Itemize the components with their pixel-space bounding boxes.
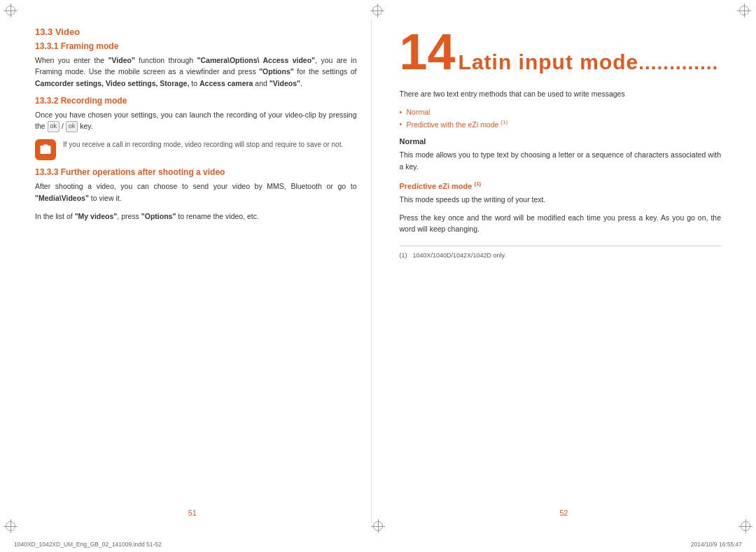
para-after-shooting-2: In the list of "My videos", press "Optio… xyxy=(35,211,357,222)
bullet-item-normal: Normal xyxy=(400,106,722,118)
bold-options: "Options" xyxy=(259,67,294,76)
note-text: If you receive a call in recording mode,… xyxy=(63,139,357,150)
predictive-para-1: This mode speeds up the writing of your … xyxy=(400,194,722,205)
para-after-shooting-1: After shooting a video, you can choose t… xyxy=(35,181,357,204)
reg-mark-top-center xyxy=(372,6,384,17)
reg-mark-top-right xyxy=(739,6,750,17)
predictive-heading: Predictive eZi mode (1) xyxy=(400,181,722,190)
bold-videos: "Videos" xyxy=(270,79,300,87)
footnote-line: (1) 1040X/1040D/1042X/1042D only. xyxy=(400,252,722,259)
right-page: 14 Latin input mode............. There a… xyxy=(386,20,743,524)
page-container: 13.3 Video 13.3.1 Framing mode When you … xyxy=(0,0,756,552)
footnote-area: (1) 1040X/1040D/1042X/1042D only. xyxy=(400,246,722,259)
normal-section: Normal This mode allows you to type text… xyxy=(400,137,722,172)
bold-camera-options: "Camera\Options\ Access video" xyxy=(197,56,315,64)
footer-filename: 1040XD_1042XD_UM_Eng_GB_02_141009.indd 5… xyxy=(14,541,196,548)
normal-heading: Normal xyxy=(400,137,722,146)
heading-13-3-1: 13.3.1 Framing mode xyxy=(35,41,357,51)
section-13-3-2: 13.3.2 Recording mode Once you have chos… xyxy=(35,96,357,160)
reg-mark-bottom-center xyxy=(373,521,383,531)
footnote-text: 1040X/1040D/1042X/1042D only. xyxy=(413,252,506,259)
heading-13-3-3: 13.3.3 Further operations after shooting… xyxy=(35,167,357,177)
bold-video: "Video" xyxy=(108,56,135,64)
section-13-3-1: 13.3.1 Framing mode When you enter the "… xyxy=(35,41,357,89)
heading-13-3-2: 13.3.2 Recording mode xyxy=(35,96,357,106)
footer: 1040XD_1042XD_UM_Eng_GB_02_141009.indd 5… xyxy=(0,538,756,552)
bold-camcorder: Camcorder setings, Video settings, Stora… xyxy=(35,79,189,87)
heading-13-3: 13.3 Video xyxy=(35,27,357,37)
chapter-number: 14 xyxy=(400,27,456,77)
left-page: 13.3 Video 13.3.1 Framing mode When you … xyxy=(14,20,372,524)
footnote-superscript: (1) xyxy=(400,252,407,259)
content-area: 13.3 Video 13.3.1 Framing mode When you … xyxy=(0,0,756,538)
key-ok-2: ok xyxy=(66,121,78,132)
key-ok-1: ok xyxy=(48,121,60,132)
bold-options-2: "Options" xyxy=(141,212,176,220)
normal-para: This mode allows you to type text by cho… xyxy=(400,149,722,172)
section-13-3: 13.3 Video 13.3.1 Framing mode When you … xyxy=(35,27,357,222)
camera-icon xyxy=(35,139,56,160)
predictive-para-2: Press the key once and the word will be … xyxy=(400,212,722,235)
bold-my-videos: "My videos" xyxy=(75,212,118,220)
para-recording-mode: Once you have chosen your settings, you … xyxy=(35,109,357,132)
bullet-item-predictive: Predictive with the eZi mode (1) xyxy=(400,118,722,130)
bold-media-videos: "Media\Videos" xyxy=(35,194,89,202)
predictive-superscript: (1) xyxy=(475,181,482,187)
predictive-section: Predictive eZi mode (1) This mode speeds… xyxy=(400,181,722,234)
left-page-number: 51 xyxy=(188,509,197,517)
note-box: If you receive a call in recording mode,… xyxy=(35,139,357,160)
intro-text: There are two text entry methods that ca… xyxy=(400,88,722,99)
bullet-list: Normal Predictive with the eZi mode (1) xyxy=(400,106,722,130)
chapter-heading: 14 Latin input mode............. xyxy=(400,27,722,77)
reg-mark-bottom-left xyxy=(6,521,15,531)
footer-timestamp: 2014/10/9 16:55:47 xyxy=(560,541,742,548)
superscript-1: (1) xyxy=(500,119,507,125)
right-page-number: 52 xyxy=(559,509,568,517)
reg-mark-top-left xyxy=(6,6,17,17)
para-framing-mode: When you enter the "Video" function thro… xyxy=(35,55,357,89)
bold-access-camera: Access camera xyxy=(200,79,253,87)
section-13-3-3: 13.3.3 Further operations after shooting… xyxy=(35,167,357,222)
chapter-title: Latin input mode............. xyxy=(458,50,719,74)
reg-mark-bottom-right xyxy=(741,521,750,531)
